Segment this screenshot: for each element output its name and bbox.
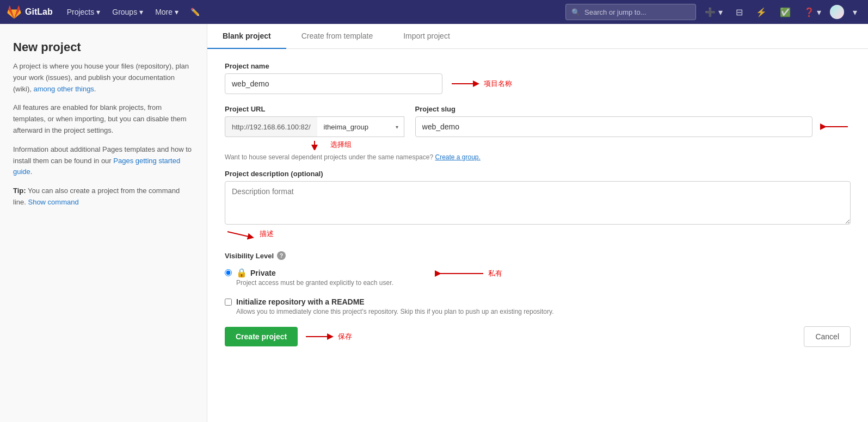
create-group-link[interactable]: Create a group.	[435, 153, 480, 161]
left-panel: New project A project is where you house…	[0, 24, 207, 422]
project-name-annotation: 项目名称	[449, 78, 512, 89]
visibility-help-icon[interactable]: ?	[277, 251, 286, 260]
description-label: Project description (optional)	[225, 170, 851, 178]
desc-arrow-icon	[225, 227, 257, 240]
project-name-group: Project name 项目名称	[225, 62, 851, 94]
arrow-right-icon	[449, 78, 482, 89]
description-group: Project description (optional) 描述	[225, 170, 851, 240]
more-chevron-icon: ▾	[175, 8, 178, 16]
user-menu-chevron[interactable]: ▾	[848, 4, 861, 20]
project-slug-group: Project slug	[415, 105, 851, 137]
tab-blank-project[interactable]: Blank project	[207, 24, 286, 49]
project-name-input[interactable]	[225, 73, 442, 94]
group-annotation: 选择组	[301, 139, 404, 150]
help-icon-btn[interactable]: ❓ ▾	[799, 4, 826, 20]
private-annotation: 私有	[432, 265, 502, 282]
features-paragraph: All features are enabled for blank proje…	[13, 102, 194, 136]
visibility-label: Visibility Level	[225, 252, 274, 260]
url-row: http://192.168.66.100:82/ itheima_group …	[225, 116, 404, 137]
todos-icon-btn[interactable]: ✅	[775, 4, 795, 20]
nav-more[interactable]: More ▾	[150, 4, 184, 20]
private-desc: Project access must be granted explicitl…	[236, 279, 393, 287]
tip-paragraph: Tip: You can also create a project from …	[13, 185, 194, 208]
readme-checkbox[interactable]	[225, 299, 232, 306]
private-label: Private	[250, 269, 276, 277]
visibility-group: Visibility Level ? 🔒 Private Pr	[225, 251, 851, 287]
project-url-label: Project URL	[225, 105, 404, 113]
main-layout: New project A project is where you house…	[0, 24, 868, 422]
create-annotation: 保存	[303, 331, 352, 342]
arrow-left-icon	[818, 121, 851, 132]
search-bar[interactable]: 🔍 Search or jump to...	[565, 4, 696, 20]
description-textarea[interactable]	[225, 181, 851, 225]
url-slug-row: Project URL http://192.168.66.100:82/ it…	[225, 105, 851, 150]
url-hint: Want to house several dependent projects…	[225, 153, 851, 161]
project-slug-label: Project slug	[415, 105, 851, 113]
url-prefix-display: http://192.168.66.100:82/	[225, 116, 317, 137]
url-group-select[interactable]: itheima_group ▾	[317, 116, 404, 137]
create-project-button[interactable]: Create project	[225, 327, 298, 346]
tab-bar: Blank project Create from template Impor…	[207, 24, 868, 49]
main-nav: Projects ▾ Groups ▾ More ▾ ✏️	[61, 4, 205, 20]
search-icon: 🔍	[571, 8, 580, 16]
user-avatar[interactable]	[830, 5, 844, 19]
gitlab-name: GitLab	[25, 7, 53, 17]
private-option: 🔒 Private Project access must be granted…	[225, 263, 393, 287]
tab-create-from-template[interactable]: Create from template	[286, 24, 389, 49]
show-command-link[interactable]: Show command	[28, 198, 78, 206]
project-slug-input[interactable]	[415, 116, 812, 137]
nav-projects[interactable]: Projects ▾	[61, 4, 106, 20]
slug-annotation	[818, 121, 851, 132]
description-annotation: 描述	[225, 227, 851, 240]
project-name-label: Project name	[225, 62, 851, 70]
readme-label: Initialize repository with a README	[236, 297, 553, 306]
groups-chevron-icon: ▾	[139, 8, 143, 16]
projects-chevron-icon: ▾	[96, 8, 100, 16]
merge-requests-icon-btn[interactable]: ⚡	[752, 4, 771, 20]
private-radio[interactable]	[225, 269, 232, 276]
nav-wrench[interactable]: ✏️	[185, 4, 205, 20]
readme-desc: Allows you to immediately clone this pro…	[236, 308, 553, 315]
form-actions: Create project 保存 Cancel	[225, 326, 851, 347]
cancel-button[interactable]: Cancel	[804, 326, 851, 347]
readme-option: Initialize repository with a README Allo…	[225, 297, 851, 315]
among-other-things-link[interactable]: among other things	[34, 85, 94, 93]
right-panel: Blank project Create from template Impor…	[207, 24, 868, 422]
issues-icon-btn[interactable]: ⊟	[731, 4, 747, 20]
project-url-group: Project URL http://192.168.66.100:82/ it…	[225, 105, 404, 150]
tab-import-project[interactable]: Import project	[388, 24, 465, 49]
arrow-down-icon	[301, 139, 328, 150]
form-area: Project name 项目名称 Pr	[207, 49, 868, 360]
save-arrow-icon	[303, 331, 336, 342]
pages-paragraph: Information about additional Pages templ…	[13, 144, 194, 178]
navbar: GitLab Projects ▾ Groups ▾ More ▾ ✏️ 🔍 S…	[0, 0, 868, 24]
intro-paragraph: A project is where you house your files …	[13, 61, 194, 95]
private-arrow-icon	[432, 265, 486, 282]
search-placeholder: Search or jump to...	[584, 8, 646, 16]
lock-icon: 🔒	[236, 268, 247, 278]
wrench-icon: ✏️	[190, 8, 200, 16]
url-group-chevron-icon: ▾	[396, 124, 398, 130]
svg-line-3	[227, 232, 251, 237]
nav-groups[interactable]: Groups ▾	[107, 4, 149, 20]
page-title: New project	[13, 40, 194, 54]
new-item-button[interactable]: ➕ ▾	[700, 4, 727, 20]
gitlab-logo[interactable]: GitLab	[7, 4, 53, 20]
